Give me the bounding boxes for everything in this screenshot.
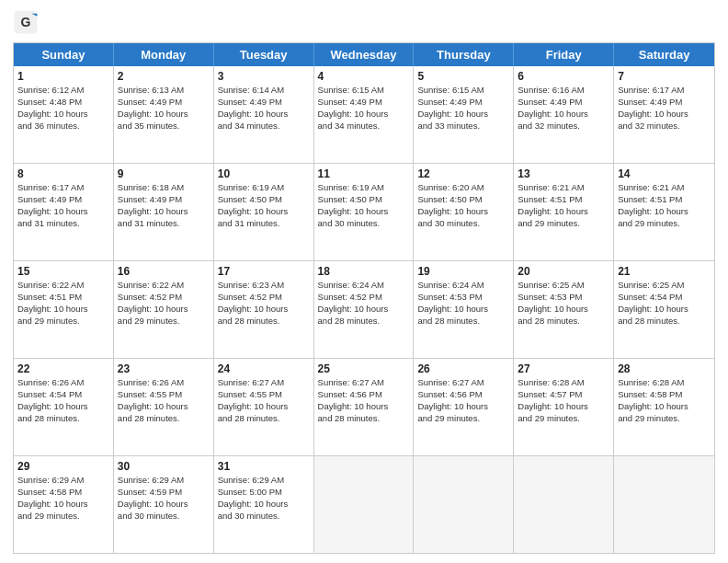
calendar: SundayMondayTuesdayWednesdayThursdayFrid…	[13, 42, 715, 554]
calendar-day-cell: 9Sunrise: 6:18 AM Sunset: 4:49 PM Daylig…	[114, 164, 214, 260]
calendar-day-cell: 2Sunrise: 6:13 AM Sunset: 4:49 PM Daylig…	[114, 66, 214, 163]
day-info: Sunrise: 6:27 AM Sunset: 4:56 PM Dayligh…	[417, 377, 488, 422]
day-number: 17	[218, 264, 310, 279]
day-info: Sunrise: 6:26 AM Sunset: 4:55 PM Dayligh…	[118, 377, 188, 422]
day-info: Sunrise: 6:13 AM Sunset: 4:49 PM Dayligh…	[118, 85, 188, 130]
day-number: 25	[318, 362, 410, 376]
calendar-day-cell: 10Sunrise: 6:19 AM Sunset: 4:50 PM Dayli…	[214, 164, 314, 260]
day-number: 18	[318, 264, 410, 279]
day-number: 7	[618, 69, 711, 84]
calendar-day-cell: 18Sunrise: 6:24 AM Sunset: 4:52 PM Dayli…	[314, 261, 415, 358]
day-number: 27	[518, 362, 609, 376]
day-info: Sunrise: 6:23 AM Sunset: 4:52 PM Dayligh…	[218, 280, 289, 325]
calendar-day-cell: 1Sunrise: 6:12 AM Sunset: 4:48 PM Daylig…	[14, 66, 114, 163]
calendar-day-cell: 4Sunrise: 6:15 AM Sunset: 4:49 PM Daylig…	[314, 66, 415, 163]
day-info: Sunrise: 6:19 AM Sunset: 4:50 PM Dayligh…	[318, 182, 389, 227]
calendar-day-cell	[314, 456, 415, 553]
day-info: Sunrise: 6:22 AM Sunset: 4:52 PM Dayligh…	[118, 280, 188, 325]
calendar-day-cell: 13Sunrise: 6:21 AM Sunset: 4:51 PM Dayli…	[514, 164, 614, 260]
day-number: 11	[318, 167, 410, 181]
calendar-header-cell: Saturday	[614, 43, 714, 66]
calendar-day-cell: 15Sunrise: 6:22 AM Sunset: 4:51 PM Dayli…	[14, 261, 114, 358]
logo: G	[13, 9, 42, 35]
calendar-day-cell: 24Sunrise: 6:27 AM Sunset: 4:55 PM Dayli…	[214, 359, 314, 455]
day-info: Sunrise: 6:26 AM Sunset: 4:54 PM Dayligh…	[17, 377, 88, 422]
day-info: Sunrise: 6:14 AM Sunset: 4:49 PM Dayligh…	[218, 85, 289, 130]
day-info: Sunrise: 6:22 AM Sunset: 4:51 PM Dayligh…	[17, 280, 88, 325]
calendar-day-cell	[414, 456, 514, 553]
day-number: 2	[118, 69, 210, 84]
calendar-day-cell: 6Sunrise: 6:16 AM Sunset: 4:49 PM Daylig…	[514, 66, 614, 163]
calendar-day-cell: 11Sunrise: 6:19 AM Sunset: 4:50 PM Dayli…	[314, 164, 415, 260]
calendar-day-cell: 16Sunrise: 6:22 AM Sunset: 4:52 PM Dayli…	[114, 261, 214, 358]
calendar-body: 1Sunrise: 6:12 AM Sunset: 4:48 PM Daylig…	[14, 66, 714, 553]
day-number: 29	[17, 459, 109, 474]
calendar-day-cell: 29Sunrise: 6:29 AM Sunset: 4:58 PM Dayli…	[14, 456, 114, 553]
day-info: Sunrise: 6:29 AM Sunset: 4:58 PM Dayligh…	[17, 475, 88, 520]
calendar-header-row: SundayMondayTuesdayWednesdayThursdayFrid…	[14, 43, 714, 66]
day-info: Sunrise: 6:28 AM Sunset: 4:58 PM Dayligh…	[618, 377, 688, 422]
day-number: 8	[17, 167, 109, 181]
svg-text:G: G	[21, 15, 31, 29]
calendar-header-cell: Monday	[114, 43, 214, 66]
calendar-day-cell: 8Sunrise: 6:17 AM Sunset: 4:49 PM Daylig…	[14, 164, 114, 260]
calendar-week: 1Sunrise: 6:12 AM Sunset: 4:48 PM Daylig…	[14, 66, 714, 164]
day-number: 24	[218, 362, 310, 376]
day-number: 5	[417, 69, 509, 84]
day-info: Sunrise: 6:17 AM Sunset: 4:49 PM Dayligh…	[618, 85, 688, 130]
calendar-day-cell: 28Sunrise: 6:28 AM Sunset: 4:58 PM Dayli…	[614, 359, 714, 455]
calendar-week: 22Sunrise: 6:26 AM Sunset: 4:54 PM Dayli…	[14, 359, 714, 456]
day-number: 21	[618, 264, 711, 279]
header: G	[13, 9, 715, 35]
calendar-day-cell: 19Sunrise: 6:24 AM Sunset: 4:53 PM Dayli…	[414, 261, 514, 358]
day-number: 30	[118, 459, 210, 474]
calendar-day-cell: 3Sunrise: 6:14 AM Sunset: 4:49 PM Daylig…	[214, 66, 314, 163]
day-number: 14	[618, 167, 711, 181]
calendar-day-cell: 5Sunrise: 6:15 AM Sunset: 4:49 PM Daylig…	[414, 66, 514, 163]
calendar-day-cell: 25Sunrise: 6:27 AM Sunset: 4:56 PM Dayli…	[314, 359, 415, 455]
day-info: Sunrise: 6:20 AM Sunset: 4:50 PM Dayligh…	[417, 182, 488, 227]
day-number: 20	[518, 264, 609, 279]
day-number: 4	[318, 69, 410, 84]
calendar-day-cell: 21Sunrise: 6:25 AM Sunset: 4:54 PM Dayli…	[614, 261, 714, 358]
logo-icon: G	[13, 9, 39, 35]
day-number: 16	[118, 264, 210, 279]
day-info: Sunrise: 6:29 AM Sunset: 5:00 PM Dayligh…	[218, 475, 289, 520]
day-info: Sunrise: 6:16 AM Sunset: 4:49 PM Dayligh…	[518, 85, 588, 130]
calendar-header-cell: Tuesday	[214, 43, 314, 66]
day-number: 15	[17, 264, 109, 279]
calendar-day-cell: 12Sunrise: 6:20 AM Sunset: 4:50 PM Dayli…	[414, 164, 514, 260]
day-info: Sunrise: 6:21 AM Sunset: 4:51 PM Dayligh…	[618, 182, 688, 227]
calendar-header-cell: Sunday	[14, 43, 114, 66]
day-info: Sunrise: 6:28 AM Sunset: 4:57 PM Dayligh…	[518, 377, 588, 422]
day-info: Sunrise: 6:25 AM Sunset: 4:54 PM Dayligh…	[618, 280, 688, 325]
calendar-header-cell: Thursday	[414, 43, 514, 66]
day-number: 3	[218, 69, 310, 84]
day-info: Sunrise: 6:15 AM Sunset: 4:49 PM Dayligh…	[318, 85, 389, 130]
calendar-header-cell: Friday	[514, 43, 614, 66]
calendar-week: 8Sunrise: 6:17 AM Sunset: 4:49 PM Daylig…	[14, 164, 714, 261]
day-info: Sunrise: 6:27 AM Sunset: 4:56 PM Dayligh…	[318, 377, 389, 422]
day-info: Sunrise: 6:15 AM Sunset: 4:49 PM Dayligh…	[417, 85, 488, 130]
day-number: 28	[618, 362, 711, 376]
calendar-day-cell: 17Sunrise: 6:23 AM Sunset: 4:52 PM Dayli…	[214, 261, 314, 358]
day-info: Sunrise: 6:29 AM Sunset: 4:59 PM Dayligh…	[118, 475, 188, 520]
calendar-day-cell: 22Sunrise: 6:26 AM Sunset: 4:54 PM Dayli…	[14, 359, 114, 455]
calendar-day-cell: 27Sunrise: 6:28 AM Sunset: 4:57 PM Dayli…	[514, 359, 614, 455]
day-info: Sunrise: 6:17 AM Sunset: 4:49 PM Dayligh…	[17, 182, 88, 227]
calendar-day-cell: 26Sunrise: 6:27 AM Sunset: 4:56 PM Dayli…	[414, 359, 514, 455]
day-number: 6	[518, 69, 609, 84]
day-number: 1	[17, 69, 109, 84]
day-info: Sunrise: 6:12 AM Sunset: 4:48 PM Dayligh…	[17, 85, 88, 130]
calendar-week: 29Sunrise: 6:29 AM Sunset: 4:58 PM Dayli…	[14, 456, 714, 553]
day-number: 26	[417, 362, 509, 376]
day-info: Sunrise: 6:24 AM Sunset: 4:53 PM Dayligh…	[417, 280, 488, 325]
calendar-day-cell	[614, 456, 714, 553]
day-number: 10	[218, 167, 310, 181]
calendar-day-cell: 14Sunrise: 6:21 AM Sunset: 4:51 PM Dayli…	[614, 164, 714, 260]
day-info: Sunrise: 6:21 AM Sunset: 4:51 PM Dayligh…	[518, 182, 588, 227]
day-number: 9	[118, 167, 210, 181]
day-number: 12	[417, 167, 509, 181]
day-number: 31	[218, 459, 310, 474]
calendar-day-cell	[514, 456, 614, 553]
